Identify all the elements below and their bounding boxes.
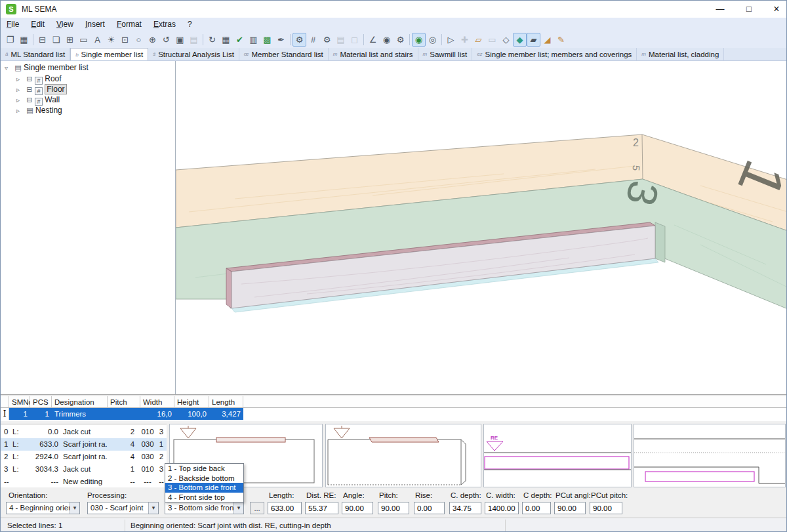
3d-viewport[interactable]: 2 5 3 1 <box>176 61 787 394</box>
chevron-right-icon[interactable]: ▹ <box>16 95 24 106</box>
menu-format[interactable]: Format <box>111 18 148 31</box>
orientation-combobox[interactable]: 4 - Beginning oriented ▾ <box>6 502 80 514</box>
print-preview-icon[interactable]: ❏ <box>49 33 63 47</box>
dist-re-input[interactable] <box>305 502 338 514</box>
font-icon[interactable]: A <box>91 33 104 47</box>
cell-designation[interactable]: Trimmers <box>52 408 108 420</box>
operation-row-new[interactable]: -----New editing------- <box>1 476 167 488</box>
c-width-input[interactable] <box>485 502 519 514</box>
column-header-width[interactable]: Width <box>140 396 174 408</box>
preview-depth-view[interactable] <box>634 424 786 487</box>
chevron-right-icon[interactable]: ▹ <box>16 106 24 116</box>
tab-material-list-stairs[interactable]: mMaterial list and stairs <box>329 48 418 60</box>
c-depth2-input[interactable] <box>522 502 551 514</box>
machine-settings-icon[interactable]: ⚙ <box>293 33 306 47</box>
tab-structural-analysis-list[interactable]: šStructural Analysis List <box>148 48 239 60</box>
menu-edit[interactable]: Edit <box>25 18 50 31</box>
timber-edit-icon[interactable]: ✎ <box>554 33 568 47</box>
search-binoculars-icon[interactable]: ◎ <box>426 33 439 47</box>
close-button[interactable]: × <box>765 1 787 18</box>
cell-height[interactable]: 100,0 <box>174 408 209 420</box>
operation-row-selected[interactable]: 1L:633.0Scarf joint ra.40301 <box>1 438 167 451</box>
chevron-down-icon[interactable]: ▾ <box>148 502 158 514</box>
menu-file[interactable]: File <box>1 18 25 31</box>
print-icon[interactable]: ⊟ <box>35 33 49 47</box>
chevron-down-icon[interactable]: ▾ <box>70 502 79 514</box>
measure-icon[interactable]: ∠ <box>366 33 380 47</box>
page-setup-icon[interactable]: ▭ <box>77 33 91 47</box>
tab-sawmill-list[interactable]: mSawmill list <box>418 48 473 60</box>
tab-single-member-coverings[interactable]: ezSingle member list; members and coveri… <box>472 48 637 60</box>
chevron-right-icon[interactable]: ▹ <box>16 74 24 85</box>
operation-row[interactable]: 2L:2924.0Scarf joint ra.40302 <box>1 451 167 463</box>
copy-icon[interactable]: ▣ <box>173 33 187 47</box>
chevron-right-icon[interactable]: ▹ <box>16 85 24 95</box>
column-header-smno[interactable]: SMNo <box>9 396 30 408</box>
renumber-icon[interactable]: # <box>306 33 320 47</box>
brightness-icon[interactable]: ☀ <box>104 33 118 47</box>
dropdown-option-4[interactable]: 4 - Front side top <box>165 493 243 502</box>
operation-row[interactable]: 0L:0.0Jack cut20103 <box>1 426 167 438</box>
settings-gear-icon[interactable]: ⚙ <box>394 33 407 47</box>
print-list-icon[interactable]: ⊞ <box>63 33 77 47</box>
column-header-designation[interactable]: Designation <box>52 396 108 408</box>
tree-item-roof[interactable]: ▹ ⊟ # Roof <box>16 73 62 84</box>
length-input[interactable] <box>268 502 302 514</box>
eraser-icon[interactable]: ▰ <box>527 33 540 47</box>
sign-icon[interactable]: ✒ <box>274 33 288 47</box>
cube-shaded-icon[interactable]: ◆ <box>513 33 527 47</box>
preview-perspective[interactable] <box>325 424 481 487</box>
column-header-pitch[interactable]: Pitch <box>108 396 140 408</box>
minimize-button[interactable]: — <box>709 1 731 18</box>
tree-item-floor[interactable]: ▹ ⊟ # Floor <box>16 84 67 94</box>
dropdown-option-3-selected[interactable]: 3 - Bottom side front <box>165 483 243 493</box>
tab-single-member-list[interactable]: bSingle member list <box>70 48 148 60</box>
save-list-icon[interactable]: ▥ <box>247 33 260 47</box>
tree-item-wall[interactable]: ▹ ⊟ # Wall <box>16 94 60 105</box>
pcut-pitch-input[interactable] <box>590 502 622 514</box>
chevron-down-icon[interactable]: ▿ <box>5 63 12 73</box>
save-icon[interactable]: ▦ <box>17 33 31 47</box>
more-options-button[interactable]: ... <box>250 502 264 514</box>
cube-wireframe-icon[interactable]: ◇ <box>499 33 513 47</box>
list-settings-icon[interactable]: ▩ <box>260 33 274 47</box>
menu-help[interactable]: ? <box>182 18 198 31</box>
menu-insert[interactable]: Insert <box>79 18 111 31</box>
menu-view[interactable]: View <box>50 18 79 31</box>
rise-input[interactable] <box>414 502 445 514</box>
menu-extras[interactable]: Extras <box>148 18 182 31</box>
cell-smno[interactable]: 1 <box>9 408 30 420</box>
refresh-icon[interactable]: ↻ <box>205 33 219 47</box>
visibility-eye-icon[interactable]: ◉ <box>412 33 426 47</box>
zoom-icon[interactable]: ○ <box>132 33 146 47</box>
production-settings-icon[interactable]: ⚙ <box>320 33 334 47</box>
open-file-icon[interactable]: ❐ <box>3 33 17 47</box>
pcut-angle-input[interactable] <box>554 502 586 514</box>
zoom-document-icon[interactable]: ⊡ <box>118 33 132 47</box>
rotate-view-icon[interactable]: ↺ <box>159 33 173 47</box>
view-options-icon[interactable]: ◉ <box>380 33 394 47</box>
tree-root[interactable]: ▿ ▤ Single member list <box>5 62 89 73</box>
pan-icon[interactable]: ⊕ <box>146 33 159 47</box>
timber-beam-icon[interactable]: ▱ <box>472 33 485 47</box>
operation-row[interactable]: 3L:3034.3Jack cut10103 <box>1 463 167 476</box>
confirm-edit-icon[interactable]: ✔ <box>233 33 247 47</box>
pitch-input[interactable] <box>378 502 409 514</box>
maximize-button[interactable]: □ <box>738 1 760 18</box>
tree-item-nesting[interactable]: ▹ ▤ Nesting <box>16 105 62 115</box>
tab-member-standard-list[interactable]: œMember Standard list <box>239 48 329 60</box>
cell-length[interactable]: 3,427 <box>209 408 243 420</box>
dropdown-option-2[interactable]: 2 - Backside bottom <box>165 474 243 483</box>
column-header-height[interactable]: Height <box>174 396 209 408</box>
timber-cut-icon[interactable]: ◢ <box>540 33 554 47</box>
select-arrow-icon[interactable]: ▷ <box>444 33 458 47</box>
c-depth-input[interactable] <box>449 502 481 514</box>
processing-combobox[interactable]: 030 - Scarf joint ▾ <box>87 502 159 514</box>
column-header-length[interactable]: Length <box>209 396 243 408</box>
edit-table-icon[interactable]: ▦ <box>219 33 233 47</box>
tab-ml-standard-list[interactable]: āML Standard list <box>1 48 70 60</box>
side-combobox[interactable]: 3 - Bottom side front ▾ <box>165 502 244 514</box>
preview-re-view[interactable]: RE <box>483 424 632 487</box>
column-header-pcs[interactable]: PCS <box>30 396 52 408</box>
cell-pitch[interactable] <box>108 408 140 420</box>
